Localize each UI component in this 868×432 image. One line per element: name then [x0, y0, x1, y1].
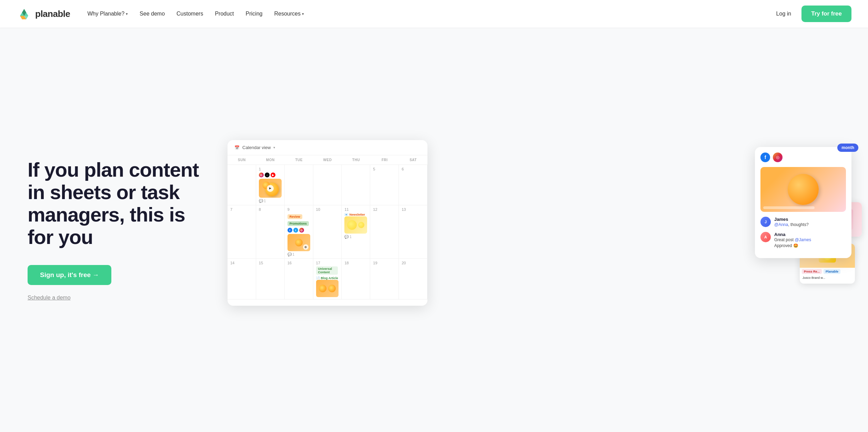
cal-cell-wed-2: 10 [313, 205, 342, 259]
planable-tag: Planable [824, 269, 840, 274]
hero-mockup: month 📅 Calendar view ▾ SUN MON TUE WED … [228, 140, 851, 320]
james-mention: @James [795, 237, 811, 242]
chevron-down-icon: ▾ [273, 146, 275, 149]
day-wed: WED [313, 155, 342, 165]
cal-cell-thu-3: 18 [342, 259, 370, 300]
login-link[interactable]: Log in [771, 8, 796, 20]
twitter-icon: t [293, 228, 298, 233]
comment-anna: A Anna Great post @James Approved 🤩 [760, 232, 846, 249]
logo-link[interactable]: planable [17, 6, 70, 21]
newsletter-label: 📧 Newsletter [344, 213, 367, 216]
cal-cell-mon-2: 8 [256, 205, 285, 259]
navigation: planable Why Planable? ▾ See demo Custom… [0, 0, 868, 28]
calendar-icon: 📅 [234, 145, 240, 150]
post-thumbnail: ▶ [259, 179, 282, 198]
nav-why-planable[interactable]: Why Planable? ▾ [82, 8, 133, 20]
anna-comment: Great post @James [774, 237, 811, 243]
comment-james: J James @Anna, thoughts? [760, 217, 846, 228]
press-tag: Press Re... [802, 269, 822, 274]
cal-cell-fri-2: 12 [370, 205, 399, 259]
day-sat: SAT [399, 155, 427, 165]
instagram-icon: ◎ [299, 228, 304, 233]
cal-cell-tue-3: 16 [285, 259, 313, 300]
cal-cell-sun-2: 7 [228, 205, 256, 259]
day-fri: FRI [370, 155, 399, 165]
blog-article-label: 📄 Blog Article [316, 276, 339, 280]
calendar-row-2: 7 8 9 Review Promotions f t [228, 205, 427, 259]
hero-content: If you plan content in sheets or task ma… [28, 159, 207, 301]
calendar-day-headers: SUN MON TUE WED THU FRI SAT [228, 155, 427, 165]
chevron-down-icon: ▾ [126, 12, 128, 16]
anna-approved: Approved 🤩 [774, 243, 811, 249]
cal-cell-thu-1 [342, 165, 370, 205]
orange-decoration [788, 174, 819, 205]
post-image-preview [760, 167, 846, 212]
nav-customers[interactable]: Customers [172, 8, 208, 20]
month-badge: month [837, 144, 858, 152]
facebook-icon: f [760, 153, 770, 162]
cal-cell-wed-1 [313, 165, 342, 205]
cal-cell-sat-3: 20 [399, 259, 427, 300]
nav-pricing[interactable]: Pricing [241, 8, 268, 20]
james-name: James [774, 217, 809, 222]
cal-cell-tue-1 [285, 165, 313, 205]
planable-logo-icon [17, 6, 32, 21]
promo-tag: Promotions [287, 221, 309, 226]
try-for-free-button[interactable]: Try for free [801, 6, 851, 22]
nav-see-demo[interactable]: See demo [135, 8, 170, 20]
instagram-icon: ◎ [773, 153, 783, 162]
nav-product[interactable]: Product [210, 8, 239, 20]
nav-actions: Log in Try for free [771, 6, 851, 22]
cal-cell-fri-1: 5 [370, 165, 399, 205]
anna-name: Anna [774, 232, 811, 237]
day-thu: THU [342, 155, 370, 165]
logo-text: planable [35, 9, 70, 19]
calendar-header: 📅 Calendar view ▾ [228, 140, 427, 155]
anna-mention: @Anna [774, 222, 788, 227]
cal-cell-mon-3: 15 [256, 259, 285, 300]
day-tue: TUE [285, 155, 313, 165]
hero-section: If you plan content in sheets or task ma… [0, 28, 868, 432]
hero-headline: If you plan content in sheets or task ma… [28, 159, 207, 248]
cal-cell-sat-1: 6 [399, 165, 427, 205]
cal-cell-sat-2: 13 [399, 205, 427, 259]
signup-button[interactable]: Sign up, it's free → [28, 265, 111, 285]
cal-cell-mon-1[interactable]: 1 ◎ ♪ ▶ ▶ 💬 1 [256, 165, 285, 205]
james-avatar: J [760, 217, 771, 227]
day-mon: MON [256, 155, 285, 165]
anna-avatar: A [760, 232, 771, 242]
mockup-container: month 📅 Calendar view ▾ SUN MON TUE WED … [228, 140, 851, 320]
press-title: Jusco Brand w... [800, 275, 855, 281]
calendar-row-3: 14 15 16 17 Universal Content � [228, 259, 427, 300]
cal-cell-tue-2[interactable]: 9 Review Promotions f t ◎ ⚙ [285, 205, 313, 259]
cal-cell-thu-2[interactable]: 11 📧 Newsletter 💬 1 [342, 205, 370, 259]
cal-cell-wed-3[interactable]: 17 Universal Content 📄 Blog Article [313, 259, 342, 300]
james-comment: @Anna, thoughts? [774, 222, 809, 228]
youtube-icon: ▶ [271, 173, 275, 177]
tiktok-icon: ♪ [265, 173, 270, 177]
facebook-icon: f [287, 228, 292, 233]
schedule-demo-link[interactable]: Schedule a demo [28, 295, 207, 301]
instagram-icon: ◎ [259, 173, 264, 177]
chevron-down-icon: ▾ [302, 12, 304, 16]
cal-cell-sun-3: 14 [228, 259, 256, 300]
calendar-row-1: 1 ◎ ♪ ▶ ▶ 💬 1 [228, 165, 427, 205]
cal-cell-fri-3: 19 [370, 259, 399, 300]
universal-tag: Universal Content [316, 266, 338, 275]
cal-cell-empty [228, 165, 256, 205]
review-tag: Review [287, 214, 302, 219]
social-icons-row: f ◎ [760, 153, 846, 162]
calendar-panel: 📅 Calendar view ▾ SUN MON TUE WED THU FR… [228, 140, 427, 306]
day-sun: SUN [228, 155, 256, 165]
nav-links: Why Planable? ▾ See demo Customers Produ… [82, 8, 771, 20]
comment-panel: f ◎ J James @Anna, thoughts? [755, 147, 851, 258]
nav-resources[interactable]: Resources ▾ [269, 8, 309, 20]
